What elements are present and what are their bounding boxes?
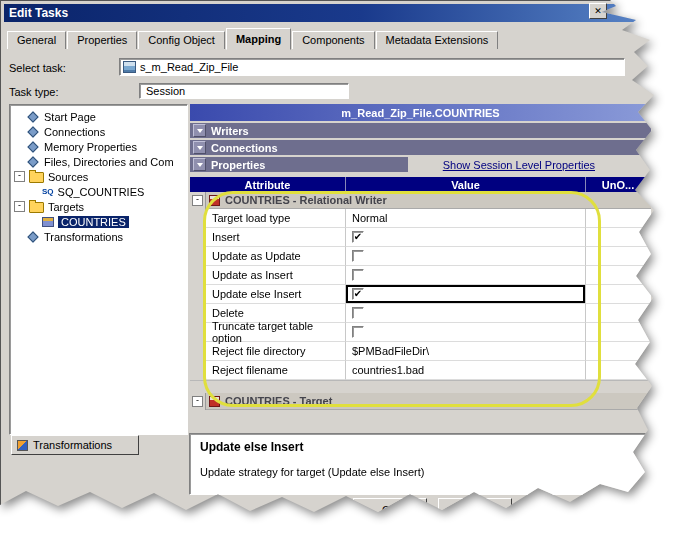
tree-item-sources[interactable]: - Sources: [10, 169, 187, 184]
tab-general[interactable]: General: [7, 31, 66, 49]
show-session-level-properties-link[interactable]: Show Session Level Properties: [443, 159, 595, 171]
property-row[interactable]: Reject file directory $PMBadFileDir\: [190, 342, 651, 361]
expand-arrow-icon[interactable]: [193, 124, 206, 137]
detail-title: Update else Insert: [200, 440, 640, 454]
tab-metadata-extensions[interactable]: Metadata Extensions: [376, 31, 499, 49]
expand-arrow-icon[interactable]: [193, 141, 206, 154]
property-row[interactable]: Update as Insert: [190, 266, 651, 285]
ok-button[interactable]: OK: [353, 498, 427, 522]
diamond-icon: [27, 111, 38, 122]
tree-item-label: Targets: [48, 201, 84, 213]
checkbox[interactable]: [352, 326, 364, 338]
detail-description: Update strategy for target (Update else …: [200, 466, 640, 478]
close-button[interactable]: ✕: [589, 3, 607, 19]
property-value: [346, 266, 586, 285]
property-detail-panel: Update else Insert Update strategy for t…: [189, 433, 651, 495]
property-row[interactable]: Update as Update: [190, 247, 651, 266]
tab-properties[interactable]: Properties: [67, 31, 137, 49]
titlebar[interactable]: Edit Tasks: [4, 4, 656, 22]
property-name: Update as Update: [206, 247, 346, 266]
properties-panel: m_Read_Zip_File.COUNTRIES Writers Connec…: [190, 104, 651, 435]
torn-screenshot-wrapper: Edit Tasks ✕ General Properties Config O…: [0, 0, 673, 533]
column-header-attribute[interactable]: Attribute: [190, 177, 346, 192]
close-icon: ✕: [594, 7, 602, 16]
select-task-label: Select task:: [9, 62, 66, 74]
tab-strip: General Properties Config Object Mapping…: [7, 29, 499, 49]
section-writers[interactable]: Writers: [190, 123, 651, 138]
collapse-icon[interactable]: -: [192, 396, 203, 407]
folder-icon: [29, 202, 44, 213]
tree-item-connections[interactable]: Connections: [10, 124, 187, 139]
tree-item-targets[interactable]: - Targets: [10, 199, 187, 214]
target-group-icon: [209, 396, 220, 407]
task-type-field: Session: [139, 83, 349, 99]
diamond-icon: [27, 126, 38, 137]
collapse-icon[interactable]: -: [14, 171, 25, 182]
tree-item-label: SQ_COUNTRIES: [58, 186, 145, 198]
property-name: Truncate target table option: [206, 323, 346, 342]
section-label: Connections: [211, 142, 278, 154]
tree-item-label: Memory Properties: [44, 141, 137, 153]
property-row[interactable]: Target load type Normal: [190, 209, 651, 228]
tree-item-label: Connections: [44, 126, 105, 138]
property-value[interactable]: Normal: [346, 209, 586, 228]
pane-tab-label: Transformations: [33, 439, 112, 451]
property-value: [346, 323, 586, 342]
select-task-field[interactable]: s_m_Read_Zip_File: [119, 58, 625, 76]
grid-header-row: Attribute Value UnO...: [190, 177, 651, 192]
property-value: ✔: [346, 228, 586, 247]
collapse-icon[interactable]: -: [192, 195, 203, 206]
session-icon: [123, 61, 136, 73]
edit-tasks-dialog: Edit Tasks ✕ General Properties Config O…: [0, 0, 663, 525]
select-task-value: s_m_Read_Zip_File: [140, 61, 238, 73]
section-label: Properties: [211, 159, 265, 171]
transformations-pane-tab[interactable]: Transformations: [11, 435, 139, 455]
property-value[interactable]: countries1.bad: [346, 361, 586, 380]
group-label: COUNTRIES - Target: [225, 395, 332, 407]
property-value: [346, 247, 586, 266]
tree-item-memory-properties[interactable]: Memory Properties: [10, 139, 187, 154]
section-properties[interactable]: Properties: [190, 157, 408, 172]
tree-item-label: COUNTRIES: [58, 216, 129, 228]
section-connections[interactable]: Connections: [190, 140, 651, 155]
checkbox[interactable]: ✔: [352, 288, 364, 300]
property-row[interactable]: Truncate target table option: [190, 323, 651, 342]
tab-config-object[interactable]: Config Object: [138, 31, 225, 49]
property-row-selected[interactable]: Update else Insert ✔: [190, 285, 651, 304]
expand-arrow-icon[interactable]: [193, 158, 206, 171]
tree-item-transformations[interactable]: Transformations: [10, 229, 187, 244]
property-row[interactable]: Reject filename countries1.bad: [190, 361, 651, 380]
property-name: Update else Insert: [206, 285, 346, 304]
tab-components[interactable]: Components: [292, 31, 374, 49]
column-header-uno[interactable]: UnO...: [586, 177, 651, 192]
property-row[interactable]: Insert ✔: [190, 228, 651, 247]
tree-item-sq-countries[interactable]: SQ SQ_COUNTRIES: [10, 184, 187, 199]
diamond-icon: [27, 156, 38, 167]
group-row-target[interactable]: - COUNTRIES - Target: [190, 393, 651, 410]
properties-grid: Attribute Value UnO... - COUNTRIES - Rel…: [190, 177, 651, 410]
checkbox[interactable]: [352, 269, 364, 281]
property-name: Reject file directory: [206, 342, 346, 361]
column-header-value[interactable]: Value: [346, 177, 586, 192]
diamond-icon: [27, 141, 38, 152]
tree-item-start-page[interactable]: Start Page: [10, 109, 187, 124]
checkbox[interactable]: [352, 307, 364, 319]
collapse-icon[interactable]: -: [14, 201, 25, 212]
relational-writer-icon: [209, 195, 220, 206]
target-icon: [42, 217, 54, 227]
tab-mapping[interactable]: Mapping: [226, 28, 291, 50]
tree-item-files-directories[interactable]: Files, Directories and Com: [10, 154, 187, 169]
task-type-label: Task type:: [9, 86, 59, 98]
transformations-icon: [17, 440, 28, 451]
tree-item-countries[interactable]: COUNTRIES: [10, 214, 187, 229]
grid-spacer: [190, 380, 651, 393]
checkbox[interactable]: [352, 250, 364, 262]
group-row-relational-writer[interactable]: - COUNTRIES - Relational Writer: [190, 192, 651, 209]
diamond-icon: [27, 231, 38, 242]
property-value: [346, 304, 586, 323]
group-label: COUNTRIES - Relational Writer: [225, 194, 387, 206]
tree-item-label: Start Page: [44, 111, 96, 123]
property-value[interactable]: $PMBadFileDir\: [346, 342, 586, 361]
apply-button[interactable]: Apply: [438, 498, 512, 522]
checkbox[interactable]: ✔: [352, 231, 364, 243]
